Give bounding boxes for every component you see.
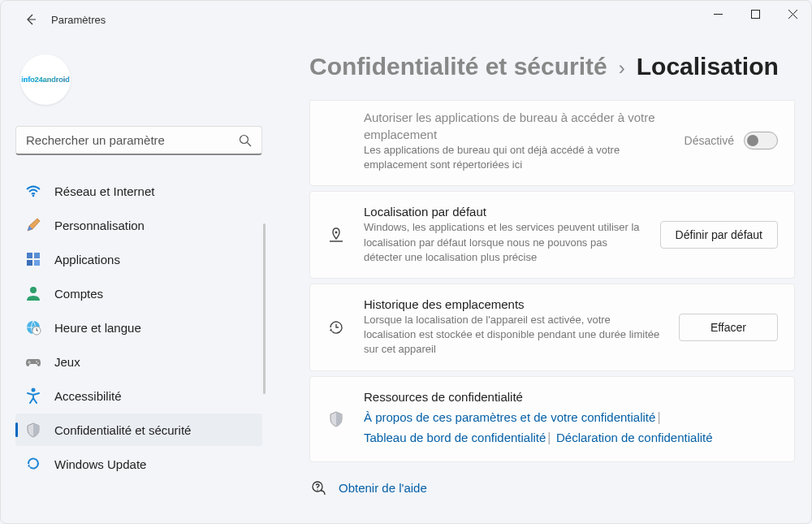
sidebar-item-label: Applications xyxy=(54,253,120,266)
svg-point-11 xyxy=(37,362,39,364)
avatar[interactable]: info24android xyxy=(20,54,71,105)
clear-history-button[interactable]: Effacer xyxy=(679,314,778,341)
link-privacy-statement[interactable]: Déclaration de confidentialité xyxy=(556,431,713,444)
arrow-left-icon xyxy=(24,13,37,26)
nav: Réseau et Internet Personnalisation Appl… xyxy=(15,175,262,480)
card-location-history: Historique des emplacements Lorsque la l… xyxy=(309,284,795,371)
card-title: Ressources de confidentialité xyxy=(364,390,778,404)
sidebar-item-accounts[interactable]: Comptes xyxy=(15,277,262,310)
card-desktop-apps-location: Autoriser les applications de bureau à a… xyxy=(309,100,795,186)
svg-rect-6 xyxy=(34,260,40,266)
separator: | xyxy=(657,410,660,424)
shield-icon xyxy=(25,422,41,438)
sidebar-item-privacy-security[interactable]: Confidentialité et sécurité xyxy=(15,414,262,446)
chevron-right-icon: › xyxy=(619,57,625,80)
close-button[interactable] xyxy=(774,1,811,27)
card-title: Autoriser les applications de bureau à a… xyxy=(364,109,667,143)
sidebar-item-accessibility[interactable]: Accessibilité xyxy=(15,379,262,412)
sidebar-item-label: Jeux xyxy=(54,355,80,369)
window-title: Paramètres xyxy=(51,14,106,26)
avatar-text: info24android xyxy=(21,76,70,84)
sidebar-item-label: Personnalisation xyxy=(54,219,145,232)
svg-rect-0 xyxy=(751,10,759,18)
breadcrumb-parent[interactable]: Confidentialité et sécurité xyxy=(309,53,607,80)
sidebar-item-time-language[interactable]: Heure et langue xyxy=(15,311,262,344)
card-default-location: Localisation par défaut Windows, les app… xyxy=(309,191,795,279)
separator: | xyxy=(547,431,551,444)
svg-point-1 xyxy=(240,135,248,143)
location-pin-icon xyxy=(326,226,346,244)
sidebar-item-network[interactable]: Réseau et Internet xyxy=(15,175,262,207)
card-description: Lorsque la localisation de l'appareil es… xyxy=(364,313,661,357)
card-title: Localisation par défaut xyxy=(364,205,642,219)
help-icon xyxy=(311,480,327,496)
sidebar-item-windows-update[interactable]: Windows Update xyxy=(15,448,262,480)
sidebar-item-label: Windows Update xyxy=(54,457,146,471)
card-title: Historique des emplacements xyxy=(364,297,661,311)
sidebar-item-personalization[interactable]: Personnalisation xyxy=(15,209,262,241)
link-privacy-dashboard[interactable]: Tableau de bord de confidentialité xyxy=(364,431,546,444)
sidebar-item-label: Heure et langue xyxy=(54,321,141,335)
toggle-label: Désactivé xyxy=(685,134,734,147)
sidebar-item-applications[interactable]: Applications xyxy=(15,243,262,275)
person-icon xyxy=(25,285,41,301)
search-box[interactable] xyxy=(15,126,262,155)
shield-icon xyxy=(326,410,346,428)
card-privacy-resources: Ressources de confidentialité À propos d… xyxy=(309,376,795,462)
svg-point-2 xyxy=(32,195,35,197)
svg-point-15 xyxy=(317,489,317,490)
toggle-desktop-apps-location[interactable] xyxy=(744,132,778,149)
svg-point-7 xyxy=(30,287,37,293)
breadcrumb-current: Localisation xyxy=(637,53,779,80)
get-help-link[interactable]: Obtenir de l'aide xyxy=(339,481,427,495)
update-icon xyxy=(25,456,41,472)
sidebar-item-label: Confidentialité et sécurité xyxy=(54,423,191,437)
card-description: Les applications de bureau qui ont déjà … xyxy=(364,143,667,172)
window-controls xyxy=(699,1,811,27)
svg-point-12 xyxy=(32,388,36,392)
link-about-privacy-settings[interactable]: À propos de ces paramètres et de votre c… xyxy=(364,410,655,424)
sidebar-item-games[interactable]: Jeux xyxy=(15,345,262,378)
breadcrumb: Confidentialité et sécurité › Localisati… xyxy=(309,53,795,80)
svg-rect-4 xyxy=(34,253,40,258)
svg-point-13 xyxy=(335,232,338,234)
maximize-button[interactable] xyxy=(736,1,774,27)
set-default-button[interactable]: Définir par défaut xyxy=(660,221,778,249)
apps-icon xyxy=(25,251,41,267)
svg-rect-5 xyxy=(27,260,32,266)
help-row: Obtenir de l'aide xyxy=(309,480,795,496)
card-description: Windows, les applications et les service… xyxy=(364,220,642,265)
history-icon xyxy=(326,318,346,336)
sidebar: info24android Réseau et Internet Personn… xyxy=(1,38,277,523)
svg-rect-3 xyxy=(27,253,32,258)
svg-point-10 xyxy=(36,361,37,362)
scrollbar[interactable] xyxy=(263,223,266,394)
sidebar-item-label: Comptes xyxy=(54,287,103,301)
brush-icon xyxy=(25,217,41,233)
minimize-button[interactable] xyxy=(699,1,736,27)
search-icon xyxy=(239,134,252,147)
globe-clock-icon xyxy=(25,319,41,336)
sidebar-item-label: Réseau et Internet xyxy=(54,184,154,198)
titlebar: Paramètres xyxy=(1,1,811,38)
sidebar-item-label: Accessibilité xyxy=(54,389,122,403)
main-content: Confidentialité et sécurité › Localisati… xyxy=(277,38,811,523)
gamepad-icon xyxy=(25,353,41,370)
wifi-icon xyxy=(25,183,41,199)
search-input[interactable] xyxy=(26,133,239,147)
accessibility-icon xyxy=(25,388,41,404)
back-button[interactable] xyxy=(15,5,45,34)
